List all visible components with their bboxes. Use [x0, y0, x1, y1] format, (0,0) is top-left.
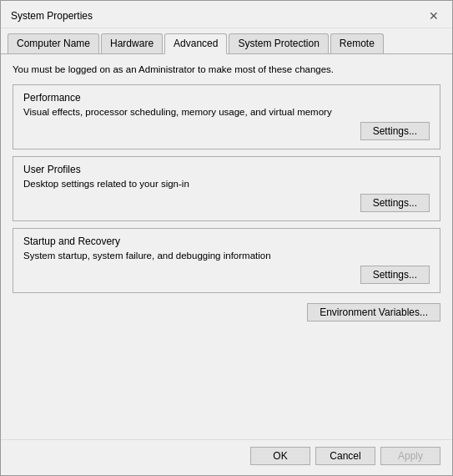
tab-remote[interactable]: Remote — [330, 33, 384, 53]
environment-variables-button[interactable]: Environment Variables... — [307, 303, 440, 322]
startup-recovery-desc: System startup, system failure, and debu… — [23, 251, 430, 261]
dialog-title: System Properties — [11, 10, 93, 22]
user-profiles-settings-button[interactable]: Settings... — [360, 194, 430, 212]
tab-bar: Computer Name Hardware Advanced System P… — [1, 28, 452, 54]
startup-recovery-section: Startup and Recovery System startup, sys… — [13, 228, 440, 293]
performance-settings-button[interactable]: Settings... — [360, 122, 430, 140]
startup-recovery-label: Startup and Recovery — [23, 235, 430, 247]
close-button[interactable]: ✕ — [425, 8, 442, 24]
tab-system-protection[interactable]: System Protection — [229, 33, 328, 53]
performance-desc: Visual effects, processor scheduling, me… — [23, 107, 430, 117]
tab-advanced[interactable]: Advanced — [164, 33, 227, 54]
tab-content: You must be logged on as an Administrato… — [1, 54, 452, 439]
tab-hardware[interactable]: Hardware — [101, 33, 163, 53]
bottom-bar: OK Cancel Apply — [1, 439, 452, 475]
environment-variables-row: Environment Variables... — [13, 303, 440, 322]
tab-computer-name[interactable]: Computer Name — [8, 33, 99, 53]
startup-recovery-settings-button[interactable]: Settings... — [360, 266, 430, 284]
performance-section: Performance Visual effects, processor sc… — [13, 84, 440, 149]
user-profiles-label: User Profiles — [23, 164, 430, 175]
performance-label: Performance — [23, 92, 430, 104]
user-profiles-desc: Desktop settings related to your sign-in — [23, 179, 430, 189]
cancel-button[interactable]: Cancel — [315, 447, 375, 465]
user-profiles-section: User Profiles Desktop settings related t… — [13, 156, 440, 221]
system-properties-dialog: System Properties ✕ Computer Name Hardwa… — [0, 0, 453, 476]
admin-notice: You must be logged on as an Administrato… — [13, 64, 440, 74]
title-bar: System Properties ✕ — [1, 1, 452, 28]
ok-button[interactable]: OK — [250, 447, 310, 465]
apply-button[interactable]: Apply — [380, 447, 440, 465]
